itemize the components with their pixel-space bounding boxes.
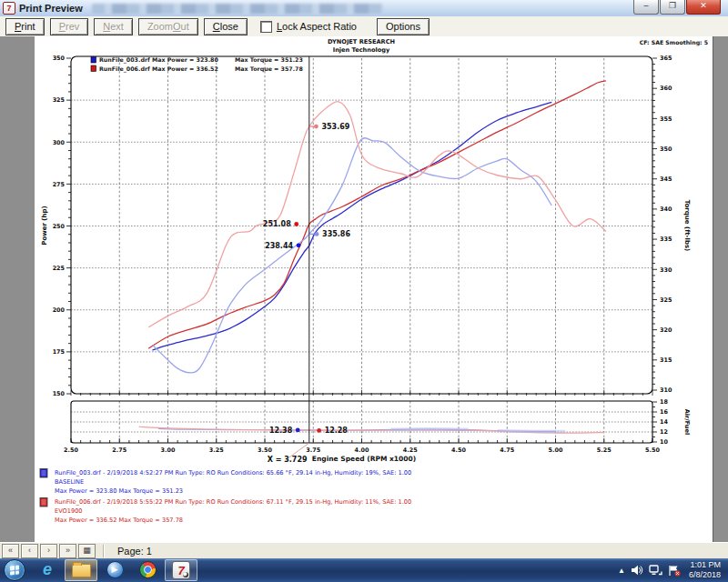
svg-text:350: 350 [53, 55, 66, 62]
svg-text:350: 350 [660, 146, 672, 153]
page-nav-1[interactable]: ‹ [21, 544, 38, 558]
explorer-folder-icon [72, 564, 91, 577]
gridlines [71, 58, 652, 443]
svg-text:3.75: 3.75 [306, 447, 320, 454]
svg-text:12.38: 12.38 [269, 426, 293, 435]
svg-text:320: 320 [660, 326, 672, 334]
svg-text:Engine Speed (RPM x1000): Engine Speed (RPM x1000) [312, 455, 416, 463]
page-nav-3[interactable]: » [59, 544, 76, 558]
curve-power-006 [148, 81, 606, 348]
svg-text:175: 175 [53, 348, 65, 356]
page-nav-2[interactable]: › [40, 544, 57, 558]
svg-text:12: 12 [660, 428, 668, 436]
svg-text:150: 150 [53, 390, 66, 397]
svg-text:5.25: 5.25 [597, 447, 612, 454]
toolbar: PrintPrevNextZoom OutClose Lock Aspect R… [0, 16, 728, 37]
svg-text:365: 365 [660, 55, 672, 62]
clock-time: 1:01 PM [689, 560, 721, 570]
redacted-title-text [92, 4, 383, 14]
svg-text:200: 200 [53, 306, 66, 314]
svg-text:BASELINE: BASELINE [55, 478, 84, 486]
windows-flag-icon [10, 565, 19, 575]
clock-date: 6/8/2018 [689, 570, 721, 580]
close-button[interactable]: Close [204, 18, 248, 35]
svg-text:10: 10 [660, 438, 668, 446]
close-button[interactable]: ✕ [686, 0, 721, 15]
svg-text:353.69: 353.69 [321, 123, 349, 131]
svg-text:12.28: 12.28 [325, 426, 349, 435]
taskbar-app-winpep7[interactable]: 7 [165, 559, 197, 581]
svg-text:250: 250 [53, 223, 66, 230]
window-controls: – ❐ ✕ [632, 0, 721, 15]
svg-text:225: 225 [53, 265, 65, 272]
status-bar: «‹›»▦ Page: 1 [0, 542, 728, 559]
action-center-flag-icon[interactable] [668, 565, 681, 577]
svg-text:325: 325 [53, 96, 65, 104]
svg-text:5.50: 5.50 [645, 447, 660, 454]
taskbar-app-chrome[interactable] [132, 559, 163, 579]
svg-text:18: 18 [660, 398, 668, 406]
svg-text:X = 3.729: X = 3.729 [268, 456, 308, 464]
svg-text:4.50: 4.50 [451, 447, 466, 454]
svg-text:3.00: 3.00 [161, 447, 176, 454]
dyno-chart: DYNOJET RESEARCHInjen TechnologyCF: SAE … [0, 36, 728, 542]
taskbar-app-ie[interactable]: e [32, 559, 63, 579]
taskbar-app-wmp[interactable]: ▶ [99, 559, 130, 579]
taskbar-app-explorer[interactable] [65, 559, 97, 581]
svg-text:335: 335 [660, 236, 672, 243]
print-button[interactable]: Print [5, 18, 45, 35]
start-button[interactable] [4, 559, 25, 581]
svg-text:275: 275 [53, 181, 65, 188]
series-curves [139, 81, 606, 433]
svg-text:4.00: 4.00 [355, 447, 369, 454]
app-icon: 7 [3, 2, 15, 15]
tray-expand-icon[interactable]: ▲ [618, 567, 625, 575]
options-button[interactable]: Options [377, 18, 430, 35]
svg-text:Injen Technology: Injen Technology [333, 46, 390, 54]
svg-text:Max Power = 323.80 Max Torque: Max Power = 323.80 Max Torque = 351.23 [55, 487, 183, 495]
page-nav-buttons: «‹›»▦ [0, 544, 96, 558]
svg-text:310: 310 [660, 386, 672, 394]
chart-legend: RunFile_003.drf Max Power = 323.80Max To… [91, 56, 303, 73]
prev-button: Prev [50, 18, 89, 35]
svg-text:Torque (ft-lbs): Torque (ft-lbs) [683, 200, 691, 252]
run-info: RunFile_003.drf - 2/19/2018 4:52:27 PM R… [40, 469, 411, 525]
svg-text:16: 16 [660, 408, 668, 416]
svg-text:345: 345 [660, 176, 672, 183]
svg-text:2.75: 2.75 [112, 447, 126, 454]
volume-icon[interactable] [631, 565, 643, 576]
svg-text:4.25: 4.25 [403, 447, 418, 454]
svg-text:300: 300 [53, 139, 66, 146]
network-icon[interactable] [649, 565, 662, 576]
svg-text:Max Power = 336.52 Max Torque: Max Power = 336.52 Max Torque = 357.78 [55, 517, 183, 524]
cursor[interactable]: X = 3.729 [268, 56, 309, 464]
svg-text:4.75: 4.75 [500, 447, 514, 454]
svg-text:3.50: 3.50 [258, 447, 272, 454]
svg-text:Power (hp): Power (hp) [41, 206, 48, 245]
page-nav-0[interactable]: « [2, 544, 19, 558]
maximize-button[interactable]: ❐ [660, 0, 685, 15]
svg-text:325: 325 [660, 296, 672, 304]
svg-text:251.08: 251.08 [263, 220, 291, 228]
lock-aspect-checkbox[interactable] [260, 21, 272, 33]
svg-text:RunFile_006.drf Max Power = 33: RunFile_006.drf Max Power = 336.52 [99, 65, 218, 73]
page-number-label: Page: 1 [117, 546, 152, 557]
lock-aspect-group[interactable]: Lock Aspect Ratio [260, 21, 357, 33]
page-nav-4[interactable]: ▦ [78, 544, 96, 558]
taskbar-clock[interactable]: 1:01 PM 6/8/2018 [689, 560, 721, 580]
svg-text:5.00: 5.00 [549, 447, 563, 454]
svg-text:340: 340 [660, 206, 672, 213]
taskbar: e▶7 ▲ 1:01 PM 6/8/2018 [0, 558, 728, 582]
svg-text:14: 14 [660, 418, 668, 426]
winpep7-icon: 7 [172, 561, 190, 579]
chrome-icon [139, 561, 157, 578]
system-tray: ▲ 1:01 PM 6/8/2018 [615, 560, 728, 580]
svg-text:EVO1900: EVO1900 [55, 507, 83, 515]
svg-text:335.86: 335.86 [322, 230, 350, 238]
svg-text:Max Torque = 357.78: Max Torque = 357.78 [235, 65, 303, 73]
svg-text:DYNOJET RESEARCH: DYNOJET RESEARCH [328, 38, 395, 45]
minimize-button[interactable]: – [633, 0, 659, 15]
svg-text:CF: SAE Smoothing: 5: CF: SAE Smoothing: 5 [640, 39, 708, 46]
title-bar: 7 Print Preview – ❐ ✕ [0, 0, 728, 17]
svg-text:238.44: 238.44 [265, 242, 293, 250]
